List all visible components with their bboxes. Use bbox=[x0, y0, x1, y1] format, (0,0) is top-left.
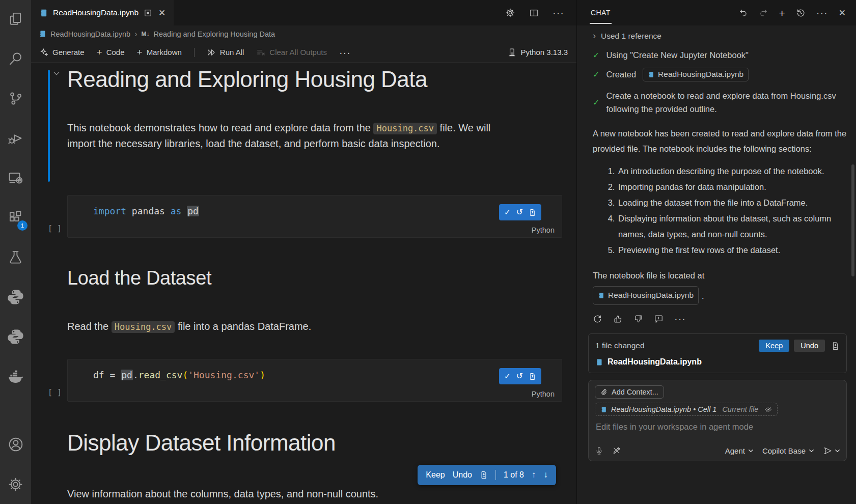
code-line[interactable]: df = pd.read_csv('Housing.csv') bbox=[93, 370, 265, 380]
sidebar-item-search[interactable] bbox=[0, 42, 31, 75]
chevron-down-icon[interactable] bbox=[52, 69, 61, 77]
sidebar-item-python-environments[interactable] bbox=[0, 320, 31, 353]
accept-change-button[interactable]: ✓ bbox=[504, 372, 511, 381]
notebook-file-icon bbox=[600, 406, 607, 413]
kernel-picker[interactable]: Python 3.13.3 bbox=[507, 48, 568, 57]
cell-language-label[interactable]: Python bbox=[532, 390, 555, 398]
changed-file-row[interactable]: ReadHousingData.ipynb bbox=[595, 357, 840, 367]
view-diff-icon[interactable] bbox=[529, 209, 536, 216]
tab-readhousingdata[interactable]: ReadHousingData.ipynb ✕ bbox=[31, 0, 174, 25]
file-reference-pill[interactable]: ReadHousingData.ipynb bbox=[593, 286, 699, 305]
add-markdown-button[interactable]: + Markdown bbox=[137, 47, 182, 58]
add-code-button[interactable]: + Code bbox=[97, 47, 125, 58]
chevron-down-icon bbox=[748, 448, 754, 454]
mic-icon[interactable] bbox=[595, 446, 603, 455]
discard-change-button[interactable]: ↺ bbox=[516, 208, 523, 216]
toolbar-more-icon[interactable]: ··· bbox=[339, 47, 351, 58]
regenerate-icon[interactable] bbox=[593, 314, 602, 324]
mode-picker[interactable]: Agent bbox=[725, 446, 754, 455]
accept-change-button[interactable]: ✓ bbox=[504, 208, 511, 217]
more-actions-icon[interactable]: ··· bbox=[674, 314, 686, 324]
tools-icon[interactable] bbox=[612, 446, 621, 455]
toolbar-divider bbox=[194, 48, 195, 57]
add-context-button[interactable]: Add Context... bbox=[595, 385, 664, 399]
cell-selection-bar bbox=[48, 70, 50, 182]
gear-icon[interactable] bbox=[505, 8, 515, 18]
section-list: An introduction describing the purpose o… bbox=[593, 163, 847, 258]
references-toggle[interactable]: › Used 1 reference bbox=[593, 31, 844, 41]
new-chat-icon[interactable]: + bbox=[779, 8, 785, 18]
step-row: ✓ Created ReadHousingData.ipynb bbox=[593, 68, 844, 81]
report-issue-icon[interactable] bbox=[654, 314, 664, 324]
model-picker[interactable]: Copilot Base bbox=[762, 446, 814, 455]
chat-input-actions: Agent Copilot Base bbox=[595, 446, 840, 456]
cell-language-label[interactable]: Python bbox=[532, 226, 555, 234]
more-actions-icon[interactable]: ··· bbox=[553, 8, 564, 18]
undo-button[interactable]: Undo bbox=[794, 340, 825, 352]
keep-button[interactable]: Keep bbox=[759, 340, 789, 352]
markdown-paragraph-1: This notebook demonstrates how to read a… bbox=[67, 120, 498, 151]
undo-button[interactable]: Undo bbox=[453, 470, 472, 480]
clear-outputs-icon bbox=[256, 48, 265, 57]
sidebar-item-remote-explorer[interactable] bbox=[0, 161, 31, 194]
more-actions-icon[interactable]: ··· bbox=[816, 8, 828, 18]
search-icon bbox=[8, 51, 23, 67]
step-row: ✓ Using "Create New Jupyter Notebook" bbox=[593, 50, 844, 60]
sidebar-item-docker[interactable] bbox=[0, 359, 31, 393]
clear-outputs-button[interactable]: Clear All Outputs bbox=[256, 48, 327, 57]
sidebar-item-python[interactable] bbox=[0, 280, 31, 314]
generate-button[interactable]: Generate bbox=[40, 48, 85, 57]
code-line[interactable]: import pandas as pd bbox=[93, 206, 199, 216]
discard-change-button[interactable]: ↺ bbox=[516, 372, 523, 380]
file-location-note: The notebook file is located at ReadHous… bbox=[593, 268, 844, 305]
run-all-button[interactable]: Run All bbox=[207, 48, 244, 57]
close-icon[interactable]: ✕ bbox=[158, 8, 165, 18]
view-diff-icon[interactable] bbox=[480, 471, 488, 479]
breadcrumb[interactable]: ReadHousingData.ipynb › M↓ Reading and E… bbox=[31, 25, 576, 42]
chat-input[interactable] bbox=[595, 422, 839, 432]
keep-button[interactable]: Keep bbox=[426, 470, 445, 480]
code-cell-1[interactable]: [ ] import pandas as pd ✓ ↺ Python bbox=[67, 195, 562, 238]
view-diff-icon[interactable] bbox=[831, 342, 840, 350]
undo-icon[interactable] bbox=[738, 8, 748, 18]
sidebar-item-source-control[interactable] bbox=[0, 81, 31, 115]
code-cell-2[interactable]: [ ] df = pd.read_csv('Housing.csv') ✓ ↺ … bbox=[67, 359, 562, 402]
eye-off-icon[interactable] bbox=[764, 406, 772, 413]
view-diff-icon[interactable] bbox=[529, 373, 536, 380]
next-change-button[interactable]: ↓ bbox=[544, 470, 548, 480]
plus-icon: + bbox=[137, 47, 143, 58]
check-icon: ✓ bbox=[593, 70, 599, 79]
extensions-badge: 1 bbox=[17, 220, 27, 231]
sidebar-item-testing[interactable] bbox=[0, 240, 31, 274]
thumbs-down-icon[interactable] bbox=[633, 314, 643, 324]
run-debug-icon bbox=[8, 130, 23, 146]
breadcrumb-file[interactable]: ReadHousingData.ipynb bbox=[50, 30, 130, 38]
send-button[interactable] bbox=[823, 446, 840, 456]
breadcrumb-section[interactable]: Reading and Exploring Housing Data bbox=[154, 30, 275, 38]
editor-actions: ··· bbox=[505, 0, 576, 25]
chevron-down-icon[interactable] bbox=[835, 448, 840, 454]
scrollbar-thumb[interactable] bbox=[851, 164, 854, 276]
sidebar-item-run-debug[interactable] bbox=[0, 121, 31, 155]
inline-code: Housing.csv bbox=[112, 321, 175, 333]
tab-chat[interactable]: CHAT bbox=[590, 2, 612, 24]
tab-modified-indicator[interactable] bbox=[144, 9, 152, 17]
close-icon[interactable]: ✕ bbox=[839, 8, 846, 18]
files-icon bbox=[8, 11, 23, 27]
kernel-icon bbox=[507, 48, 516, 57]
changed-files-label: 1 file changed bbox=[595, 341, 645, 350]
chat-input-container[interactable]: Add Context... ReadHousingData.ipynb • C… bbox=[588, 380, 847, 461]
sidebar-item-extensions[interactable]: 1 bbox=[0, 201, 31, 234]
history-icon[interactable] bbox=[796, 8, 806, 18]
context-chip[interactable]: ReadHousingData.ipynb • Cell 1 Current f… bbox=[595, 403, 778, 416]
sidebar-item-manage[interactable] bbox=[0, 467, 31, 501]
list-item: Displaying information about the dataset… bbox=[617, 211, 847, 242]
thumbs-up-icon[interactable] bbox=[613, 314, 623, 324]
notebook-toolbar: Generate + Code + Markdown Run All Clear… bbox=[31, 42, 576, 63]
sidebar-item-explorer[interactable] bbox=[0, 2, 31, 36]
sidebar-item-account[interactable] bbox=[0, 428, 31, 461]
redo-icon[interactable] bbox=[759, 8, 768, 18]
split-editor-icon[interactable] bbox=[529, 8, 539, 18]
previous-change-button[interactable]: ↑ bbox=[532, 470, 536, 480]
file-reference-pill[interactable]: ReadHousingData.ipynb bbox=[643, 68, 749, 81]
